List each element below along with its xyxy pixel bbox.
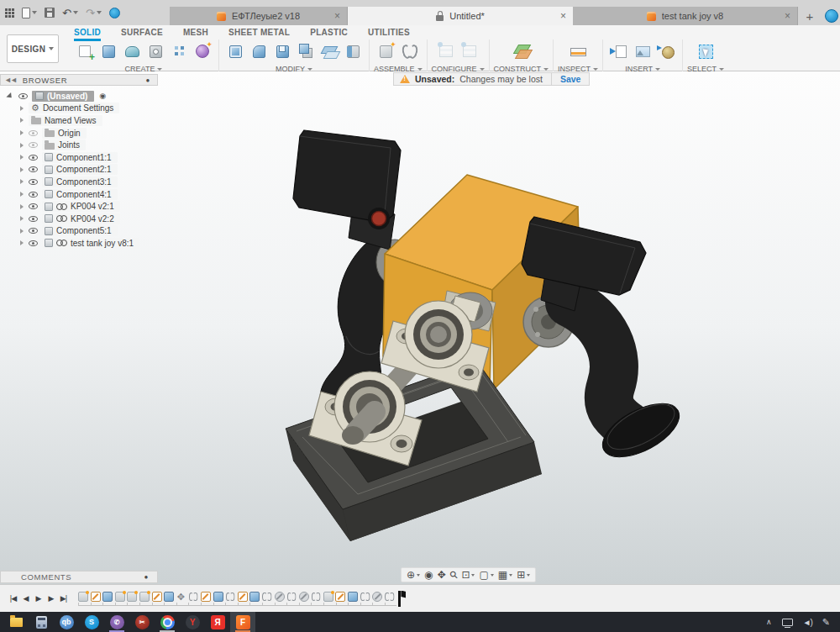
- timeline-feature-rigid[interactable]: [372, 592, 382, 602]
- expand-caret-icon[interactable]: [20, 118, 24, 123]
- redo-icon[interactable]: [86, 5, 102, 20]
- taskbar-screen-capture[interactable]: ✂: [129, 612, 155, 632]
- browser-item-kp004-v2-2[interactable]: KP004 v2:2: [0, 213, 160, 225]
- taskbar-skype[interactable]: S: [79, 612, 104, 632]
- comments-panel[interactable]: COMMENTS: [0, 571, 158, 583]
- browser-item-component1-1[interactable]: Component1:1: [0, 151, 160, 164]
- taskbar-chrome[interactable]: [155, 612, 180, 632]
- measure-tool-icon[interactable]: [567, 40, 589, 62]
- visibility-eye-icon[interactable]: [29, 179, 38, 185]
- joint-tool-icon[interactable]: [399, 40, 421, 62]
- pattern-tool-icon[interactable]: [168, 40, 190, 62]
- chevron-up-icon[interactable]: [766, 618, 772, 626]
- network-icon[interactable]: [782, 619, 793, 626]
- taskbar-yandex-browser[interactable]: Y: [180, 612, 205, 632]
- press-pull-tool-icon[interactable]: [224, 40, 246, 62]
- browser-item-joints[interactable]: Joints: [0, 139, 160, 151]
- timeline-feature-extrude[interactable]: [164, 592, 174, 602]
- visibility-eye-icon[interactable]: [29, 166, 38, 172]
- timeline-feature-extrude[interactable]: [348, 592, 358, 602]
- expand-caret-icon[interactable]: [20, 216, 24, 221]
- timeline-feature-sketch[interactable]: [201, 592, 211, 602]
- collapse-panel-icon[interactable]: [4, 76, 16, 84]
- document-tab[interactable]: test tank joy v8×: [573, 7, 798, 25]
- go-to-beginning-button[interactable]: [7, 594, 19, 603]
- timeline-feature-rigid[interactable]: [275, 592, 285, 602]
- browser-item-document-settings[interactable]: Document Settings: [0, 103, 160, 115]
- expand-caret-icon[interactable]: [20, 192, 24, 197]
- timeline-feature-component[interactable]: [78, 592, 88, 602]
- visibility-eye-icon[interactable]: [29, 228, 38, 234]
- hole-tool-icon[interactable]: [144, 40, 166, 62]
- canvas-tool-icon[interactable]: [632, 40, 654, 62]
- visibility-eye-icon[interactable]: [29, 240, 38, 246]
- fit-icon[interactable]: [460, 570, 475, 580]
- expand-caret-icon[interactable]: [6, 92, 13, 100]
- timeline-feature-joint[interactable]: [385, 592, 395, 602]
- timeline-feature-sketch[interactable]: [238, 592, 248, 602]
- taskbar-fusion-360[interactable]: F: [230, 612, 255, 632]
- expand-caret-icon[interactable]: [20, 204, 24, 209]
- close-tab-icon[interactable]: ×: [334, 11, 340, 21]
- document-tab[interactable]: Untitled*×: [348, 7, 573, 25]
- expand-caret-icon[interactable]: [20, 167, 24, 172]
- timeline-marker[interactable]: [398, 591, 407, 607]
- timeline-feature-joint[interactable]: [311, 592, 321, 602]
- step-forward-button[interactable]: [45, 594, 57, 603]
- browser-header[interactable]: BROWSER: [0, 74, 158, 86]
- expand-caret-icon[interactable]: [20, 229, 24, 234]
- timeline-feature-extrude[interactable]: [102, 592, 113, 602]
- visibility-eye-icon[interactable]: [29, 142, 38, 148]
- browser-root-row[interactable]: (Unsaved): [0, 90, 160, 103]
- taskbar-file-explorer[interactable]: [3, 612, 29, 632]
- browser-item-component4-1[interactable]: Component4:1: [0, 188, 160, 201]
- insert-derive-tool-icon[interactable]: [608, 40, 630, 62]
- browser-item-test-tank-joy-v8-1[interactable]: test tank joy v8:1: [0, 237, 160, 250]
- timeline-feature-sketch[interactable]: [152, 592, 162, 602]
- taskbar-viber[interactable]: ✆: [104, 612, 129, 632]
- browser-item-kp004-v2-1[interactable]: KP004 v2:1: [0, 200, 160, 213]
- timeline-feature-component[interactable]: [139, 592, 150, 602]
- select-tool-icon[interactable]: [695, 40, 717, 62]
- new-tab-button[interactable]: +: [801, 9, 818, 24]
- visibility-eye-icon[interactable]: [18, 93, 28, 99]
- extensions-icon[interactable]: [109, 8, 120, 18]
- cad-model[interactable]: [269, 109, 706, 546]
- extrude-tool-icon[interactable]: [97, 40, 119, 62]
- new-component-tool-icon[interactable]: [375, 40, 397, 62]
- activate-component-radio[interactable]: [99, 92, 106, 100]
- timeline-feature-joint[interactable]: [262, 592, 272, 602]
- go-to-end-button[interactable]: [57, 594, 70, 603]
- expand-caret-icon[interactable]: [20, 130, 24, 135]
- display-settings-icon[interactable]: [478, 570, 494, 580]
- workspace-switcher[interactable]: DESIGN: [7, 34, 59, 63]
- expand-caret-icon[interactable]: [20, 143, 24, 148]
- split-body-tool-icon[interactable]: [342, 40, 364, 62]
- pen-icon[interactable]: [822, 617, 830, 628]
- offset-face-tool-icon[interactable]: [318, 40, 340, 62]
- timeline-feature-joint[interactable]: [286, 592, 297, 602]
- file-menu-icon[interactable]: [22, 8, 37, 18]
- timeline-feature-joint[interactable]: [225, 592, 235, 602]
- browser-options-icon[interactable]: [146, 76, 150, 84]
- combine-tool-icon[interactable]: [295, 40, 317, 62]
- expand-caret-icon[interactable]: [20, 240, 24, 245]
- timeline-feature-extrude[interactable]: [213, 592, 223, 602]
- visibility-eye-icon[interactable]: [29, 203, 38, 209]
- save-icon[interactable]: [45, 8, 55, 18]
- insert-mesh-tool-icon[interactable]: [655, 40, 677, 62]
- expand-caret-icon[interactable]: [20, 106, 24, 111]
- document-tab[interactable]: ЕФТЛеуые2 v18×: [170, 7, 348, 25]
- browser-item-component3-1[interactable]: Component3:1: [0, 176, 160, 188]
- taskbar-qbittorrent[interactable]: qb: [54, 612, 79, 632]
- comments-options-icon[interactable]: [144, 573, 149, 581]
- orbit-icon[interactable]: [406, 570, 421, 580]
- timeline-feature-sketch[interactable]: [335, 592, 345, 602]
- timeline-feature-extrude[interactable]: [249, 592, 260, 602]
- timeline-feature-move[interactable]: [176, 592, 186, 602]
- user-avatar[interactable]: [825, 9, 838, 23]
- visibility-eye-icon[interactable]: [29, 192, 38, 198]
- construct-plane-tool-icon[interactable]: [510, 40, 532, 62]
- browser-item-named-views[interactable]: Named Views: [0, 114, 160, 127]
- timeline-feature-joint[interactable]: [360, 592, 370, 602]
